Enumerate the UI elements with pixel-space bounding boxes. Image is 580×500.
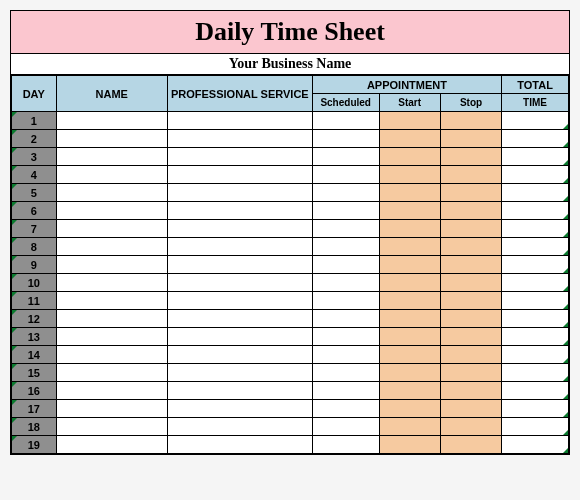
professional-cell[interactable] [167, 238, 312, 256]
start-cell[interactable] [379, 328, 440, 346]
total-cell[interactable] [502, 346, 569, 364]
total-cell[interactable] [502, 418, 569, 436]
professional-cell[interactable] [167, 202, 312, 220]
stop-cell[interactable] [440, 274, 501, 292]
total-cell[interactable] [502, 328, 569, 346]
day-cell[interactable]: 16 [12, 382, 57, 400]
stop-cell[interactable] [440, 310, 501, 328]
day-cell[interactable]: 8 [12, 238, 57, 256]
name-cell[interactable] [56, 382, 167, 400]
total-cell[interactable] [502, 364, 569, 382]
total-cell[interactable] [502, 220, 569, 238]
day-cell[interactable]: 13 [12, 328, 57, 346]
scheduled-cell[interactable] [312, 184, 379, 202]
start-cell[interactable] [379, 202, 440, 220]
total-cell[interactable] [502, 238, 569, 256]
name-cell[interactable] [56, 328, 167, 346]
professional-cell[interactable] [167, 328, 312, 346]
name-cell[interactable] [56, 220, 167, 238]
name-cell[interactable] [56, 346, 167, 364]
scheduled-cell[interactable] [312, 346, 379, 364]
start-cell[interactable] [379, 166, 440, 184]
name-cell[interactable] [56, 202, 167, 220]
name-cell[interactable] [56, 292, 167, 310]
day-cell[interactable]: 14 [12, 346, 57, 364]
stop-cell[interactable] [440, 346, 501, 364]
day-cell[interactable]: 6 [12, 202, 57, 220]
start-cell[interactable] [379, 112, 440, 130]
stop-cell[interactable] [440, 328, 501, 346]
professional-cell[interactable] [167, 292, 312, 310]
scheduled-cell[interactable] [312, 310, 379, 328]
day-cell[interactable]: 11 [12, 292, 57, 310]
start-cell[interactable] [379, 256, 440, 274]
scheduled-cell[interactable] [312, 202, 379, 220]
start-cell[interactable] [379, 292, 440, 310]
total-cell[interactable] [502, 382, 569, 400]
stop-cell[interactable] [440, 148, 501, 166]
stop-cell[interactable] [440, 364, 501, 382]
total-cell[interactable] [502, 292, 569, 310]
professional-cell[interactable] [167, 436, 312, 454]
name-cell[interactable] [56, 112, 167, 130]
start-cell[interactable] [379, 346, 440, 364]
stop-cell[interactable] [440, 220, 501, 238]
professional-cell[interactable] [167, 418, 312, 436]
name-cell[interactable] [56, 418, 167, 436]
scheduled-cell[interactable] [312, 130, 379, 148]
scheduled-cell[interactable] [312, 364, 379, 382]
scheduled-cell[interactable] [312, 418, 379, 436]
professional-cell[interactable] [167, 382, 312, 400]
day-cell[interactable]: 9 [12, 256, 57, 274]
name-cell[interactable] [56, 166, 167, 184]
day-cell[interactable]: 3 [12, 148, 57, 166]
professional-cell[interactable] [167, 148, 312, 166]
stop-cell[interactable] [440, 436, 501, 454]
start-cell[interactable] [379, 184, 440, 202]
total-cell[interactable] [502, 400, 569, 418]
professional-cell[interactable] [167, 112, 312, 130]
day-cell[interactable]: 4 [12, 166, 57, 184]
stop-cell[interactable] [440, 400, 501, 418]
day-cell[interactable]: 2 [12, 130, 57, 148]
total-cell[interactable] [502, 436, 569, 454]
professional-cell[interactable] [167, 310, 312, 328]
stop-cell[interactable] [440, 202, 501, 220]
total-cell[interactable] [502, 256, 569, 274]
day-cell[interactable]: 10 [12, 274, 57, 292]
start-cell[interactable] [379, 436, 440, 454]
professional-cell[interactable] [167, 400, 312, 418]
day-cell[interactable]: 15 [12, 364, 57, 382]
professional-cell[interactable] [167, 130, 312, 148]
professional-cell[interactable] [167, 184, 312, 202]
stop-cell[interactable] [440, 292, 501, 310]
name-cell[interactable] [56, 274, 167, 292]
scheduled-cell[interactable] [312, 148, 379, 166]
name-cell[interactable] [56, 238, 167, 256]
name-cell[interactable] [56, 184, 167, 202]
total-cell[interactable] [502, 166, 569, 184]
day-cell[interactable]: 5 [12, 184, 57, 202]
start-cell[interactable] [379, 130, 440, 148]
total-cell[interactable] [502, 310, 569, 328]
scheduled-cell[interactable] [312, 166, 379, 184]
start-cell[interactable] [379, 310, 440, 328]
start-cell[interactable] [379, 238, 440, 256]
professional-cell[interactable] [167, 364, 312, 382]
start-cell[interactable] [379, 220, 440, 238]
day-cell[interactable]: 7 [12, 220, 57, 238]
total-cell[interactable] [502, 148, 569, 166]
day-cell[interactable]: 19 [12, 436, 57, 454]
name-cell[interactable] [56, 436, 167, 454]
day-cell[interactable]: 18 [12, 418, 57, 436]
scheduled-cell[interactable] [312, 220, 379, 238]
name-cell[interactable] [56, 256, 167, 274]
scheduled-cell[interactable] [312, 292, 379, 310]
professional-cell[interactable] [167, 220, 312, 238]
name-cell[interactable] [56, 310, 167, 328]
scheduled-cell[interactable] [312, 382, 379, 400]
total-cell[interactable] [502, 184, 569, 202]
start-cell[interactable] [379, 400, 440, 418]
scheduled-cell[interactable] [312, 238, 379, 256]
day-cell[interactable]: 17 [12, 400, 57, 418]
